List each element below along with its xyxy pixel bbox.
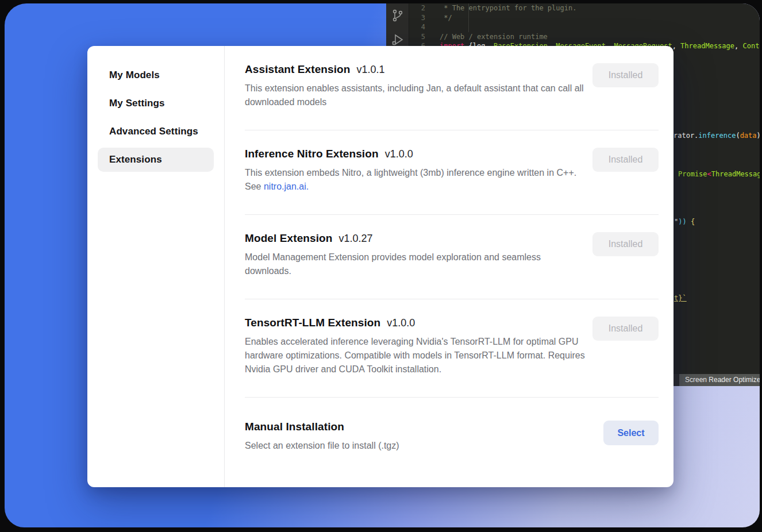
code-fragment: ")) { — [674, 218, 695, 226]
code-token: ContentType — [742, 42, 760, 50]
manual-installation-title: Manual Installation — [245, 421, 344, 433]
code-fragment: Promise<ThreadMessage> — [678, 170, 760, 178]
extensions-list: Assistant Extension v1.0.1 This extensio… — [225, 46, 674, 487]
extension-description: This extension enables assistants, inclu… — [245, 82, 588, 109]
extension-description: Model Management Extension provides mode… — [245, 250, 588, 278]
settings-sidebar: My Models My Settings Advanced Settings … — [87, 46, 225, 487]
indent-guide — [468, 3, 469, 32]
installed-button[interactable]: Installed — [592, 317, 659, 341]
code-token: ( — [736, 132, 740, 140]
code-token: { — [687, 218, 695, 226]
line-number: 3 — [410, 13, 433, 23]
code-token: // Web / extension runtime — [440, 33, 548, 41]
run-debug-icon[interactable] — [391, 33, 405, 47]
extension-row-tensorrt: TensortRT-LLM Extension v1.0.0 Enables a… — [245, 299, 659, 398]
extension-version: v1.0.0 — [387, 317, 415, 329]
code-token: t}` — [674, 294, 687, 302]
extension-row-model: Model Extension v1.0.27 Model Management… — [245, 215, 659, 299]
line-number: 5 — [410, 32, 433, 42]
extension-description: Enables accelerated inference leveraging… — [245, 335, 588, 376]
code-token: ThreadMessage — [711, 170, 760, 178]
code-token: inference — [698, 132, 736, 140]
installed-button[interactable]: Installed — [592, 63, 659, 87]
sidebar-item-advanced-settings[interactable]: Advanced Settings — [98, 119, 214, 144]
sidebar-item-my-settings[interactable]: My Settings — [98, 91, 214, 115]
sidebar-item-my-models[interactable]: My Models — [98, 63, 214, 87]
extension-description: This extension embeds Nitro, a lightweig… — [245, 166, 588, 194]
code-token: * The entrypoint for the plugin. — [440, 4, 576, 12]
line-number: 2 — [410, 3, 433, 13]
code-token: )); — [757, 132, 760, 140]
code-token: ThreadMessage — [680, 42, 734, 50]
code-token: )) — [678, 218, 686, 226]
settings-modal: My Models My Settings Advanced Settings … — [87, 46, 674, 487]
extension-version: v1.0.1 — [357, 64, 385, 76]
code-token: < — [707, 170, 711, 178]
code-pane: 2 * The entrypoint for the plugin.3 */45… — [410, 3, 760, 51]
code-line: 4 — [410, 22, 760, 32]
nitro-jan-ai-link[interactable]: nitro.jan.ai. — [264, 182, 309, 191]
code-line: 2 * The entrypoint for the plugin. — [410, 3, 760, 13]
source-control-icon[interactable] — [391, 9, 405, 22]
code-token: */ — [440, 14, 452, 22]
code-token: data — [740, 132, 757, 140]
manual-installation-description: Select an extension file to install (.tg… — [245, 439, 588, 453]
sidebar-item-extensions[interactable]: Extensions — [98, 148, 214, 172]
extension-version: v1.0.27 — [338, 233, 372, 245]
manual-installation-row: Manual Installation Select an extension … — [245, 398, 659, 473]
extension-name: Assistant Extension — [245, 63, 351, 76]
code-fragment: t}` — [674, 294, 687, 302]
code-line: 5// Web / extension runtime — [410, 32, 760, 42]
extension-name: TensortRT-LLM Extension — [245, 317, 380, 329]
code-token: Promise — [678, 170, 707, 178]
extension-name: Inference Nitro Extension — [245, 148, 379, 160]
code-token: rator. — [674, 132, 698, 140]
extension-row-assistant: Assistant Extension v1.0.1 This extensio… — [245, 46, 659, 130]
installed-button[interactable]: Installed — [592, 232, 659, 256]
extension-name: Model Extension — [245, 232, 332, 245]
code-line: 3 */ — [410, 13, 760, 23]
extension-row-nitro: Inference Nitro Extension v1.0.0 This ex… — [245, 130, 659, 215]
installed-button[interactable]: Installed — [592, 148, 659, 172]
extension-version: v1.0.0 — [385, 148, 413, 160]
select-file-button[interactable]: Select — [603, 421, 659, 445]
code-token: , — [734, 42, 742, 50]
screen-reader-status-item[interactable]: Screen Reader Optimized — [679, 374, 760, 386]
line-number: 4 — [410, 22, 433, 32]
code-fragment: rator.inference(data)); — [674, 132, 760, 140]
